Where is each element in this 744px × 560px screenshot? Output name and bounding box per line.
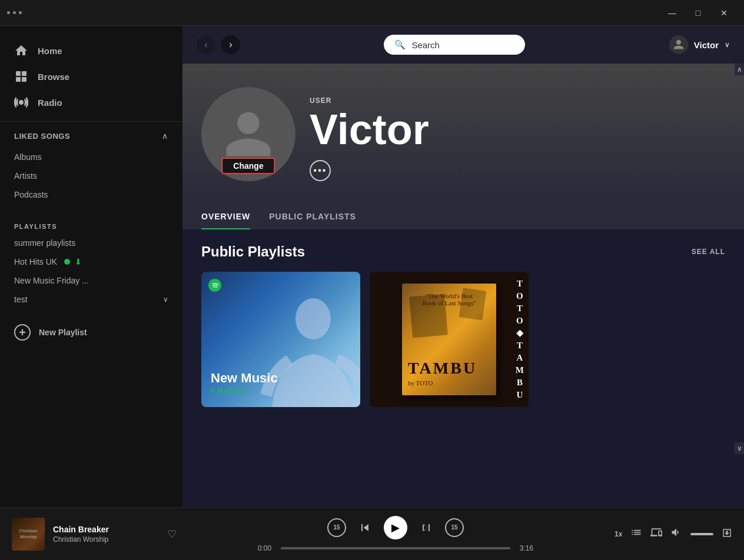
title-bar: — □ ✕ (0, 0, 744, 26)
previous-button[interactable] (358, 521, 372, 535)
playlist-item-hothits[interactable]: Hot Hits UK ⬇ (0, 252, 182, 271)
hot-hits-name: Hot Hits UK ⬇ (14, 257, 82, 266)
sidebar-item-radio[interactable]: Radio (0, 89, 182, 115)
window-controls: — □ ✕ (659, 0, 737, 26)
playlist-cards: New Music FRIDAY (201, 272, 725, 407)
forward-arrow-icon: › (229, 39, 232, 50)
sidebar: Home Browse Radio Liked Songs ∧ (0, 26, 182, 507)
play-icon: ▶ (391, 521, 400, 534)
change-photo-button[interactable]: Change (221, 158, 275, 174)
sidebar-item-albums[interactable]: Albums (0, 148, 182, 166)
toto-tambu-card[interactable]: TAMBU by TOTO "The World's Best Book of … (370, 272, 529, 407)
search-bar[interactable]: 🔍 Search (384, 35, 525, 55)
close-button[interactable]: ✕ (711, 0, 737, 26)
skip-forward-label: 15 (451, 524, 457, 531)
tab-overview[interactable]: OVERVIEW (201, 205, 250, 229)
collapse-icon: ∧ (162, 131, 168, 141)
sidebar-item-podcasts[interactable]: Podcasts (0, 185, 182, 204)
main-area: Home Browse Radio Liked Songs ∧ (0, 26, 744, 507)
new-playlist-label: New Playlist (39, 328, 87, 337)
svg-rect-2 (16, 77, 21, 82)
maximize-button[interactable]: □ (685, 0, 711, 26)
radio-icon (14, 95, 28, 109)
current-time: 0:00 (254, 544, 275, 552)
minimize-button[interactable]: — (659, 0, 685, 26)
speed-button[interactable]: 1x (615, 530, 622, 538)
total-time: 3:16 (516, 544, 537, 552)
tabs: OVERVIEW PUBLIC PLAYLISTS (201, 205, 725, 229)
library-section: Liked Songs ∧ Albums Artists Podcasts (0, 121, 182, 211)
skip-forward-button[interactable]: 15 (445, 518, 464, 537)
play-pause-button[interactable]: ▶ (384, 516, 407, 539)
new-music-card-label: New Music FRIDAY (211, 371, 278, 395)
svg-rect-0 (16, 71, 21, 76)
toto-side-text: TOTO◆TAMBU (516, 272, 524, 407)
content-area: ∧ ∨ ‹ › 🔍 Search Vict (182, 26, 744, 507)
svg-rect-1 (22, 71, 26, 76)
dot-1 (7, 11, 10, 14)
playlists-content-header: Public Playlists SEE ALL (201, 244, 725, 260)
player-right: 1x (615, 526, 732, 541)
scroll-down-arrow[interactable]: ∨ (735, 442, 744, 454)
top-nav: ‹ › 🔍 Search Victor ∨ (182, 26, 744, 64)
scroll-up-arrow[interactable]: ∧ (735, 64, 744, 75)
next-button[interactable] (419, 521, 433, 535)
library-header[interactable]: Liked Songs ∧ (0, 126, 182, 145)
friday-label: FRIDAY (211, 386, 278, 395)
track-artist: Christian Worship (53, 535, 159, 544)
summer-playlists-label: summer playlists (14, 238, 75, 248)
home-label: Home (38, 46, 62, 56)
test-label: test (14, 295, 28, 304)
playlist-item-summer[interactable]: summer playlists (0, 234, 182, 252)
back-button[interactable]: ‹ (197, 35, 215, 54)
see-all-button[interactable]: SEE ALL (692, 248, 725, 256)
svg-point-6 (295, 298, 331, 339)
profile-header: Change USER Victor ••• (182, 64, 744, 195)
profile-content: Change USER Victor ••• OVERVIEW PUBLIC P… (182, 64, 744, 507)
svg-rect-3 (22, 77, 26, 82)
controls-row: 15 ▶ 15 (327, 516, 464, 539)
dot-3 (19, 11, 22, 14)
sidebar-item-home[interactable]: Home (0, 38, 182, 64)
liked-songs-label: Liked Songs (14, 132, 70, 141)
heart-button[interactable]: ♡ (167, 528, 177, 541)
album-art: Christian Worship (12, 518, 45, 551)
user-type-label: USER (310, 96, 429, 105)
queue-icon[interactable] (630, 526, 642, 541)
track-thumbnail: Christian Worship (12, 518, 45, 551)
track-title: Chain Breaker (53, 525, 159, 534)
player-track: Christian Worship Chain Breaker Christia… (12, 518, 177, 551)
podcasts-label: Podcasts (14, 190, 48, 199)
new-music-friday-card[interactable]: New Music FRIDAY (201, 272, 360, 407)
progress-row: 0:00 3:16 (254, 544, 537, 552)
volume-bar[interactable] (690, 533, 713, 535)
expand-button[interactable] (722, 528, 732, 541)
album-art-label: Christian Worship (14, 528, 42, 539)
skip-back-label: 15 (333, 524, 340, 531)
sidebar-item-browse[interactable]: Browse (0, 64, 182, 89)
chevron-down-icon: ∨ (163, 295, 168, 304)
playlist-item-test[interactable]: test ∨ (0, 290, 182, 309)
nav-arrows: ‹ › (197, 35, 240, 54)
sidebar-item-artists[interactable]: Artists (0, 166, 182, 185)
playlists-label: PLAYLISTS (0, 216, 182, 234)
dot-2 (13, 11, 16, 14)
new-playlist-button[interactable]: + New Playlist (0, 318, 182, 346)
skip-back-button[interactable]: 15 (327, 518, 346, 537)
avatar-person-icon (222, 108, 275, 161)
player-bar: Christian Worship Chain Breaker Christia… (0, 507, 744, 560)
more-options-button[interactable]: ••• (310, 160, 331, 181)
forward-button[interactable]: › (221, 35, 240, 54)
user-chevron-icon: ∨ (725, 41, 730, 49)
sidebar-nav: Home Browse Radio (0, 26, 182, 121)
library-items: Albums Artists Podcasts (0, 145, 182, 206)
tab-public-playlists[interactable]: PUBLIC PLAYLISTS (269, 205, 356, 229)
volume-icon (670, 526, 682, 541)
user-area[interactable]: Victor ∨ (669, 35, 730, 54)
profile-info: USER Victor ••• (310, 96, 429, 181)
home-icon (14, 44, 28, 58)
playlist-item-newmusic[interactable]: New Music Friday ... (0, 271, 182, 290)
devices-icon[interactable] (650, 526, 662, 541)
new-music-title: New Music (211, 371, 278, 385)
progress-bar[interactable] (281, 547, 510, 549)
